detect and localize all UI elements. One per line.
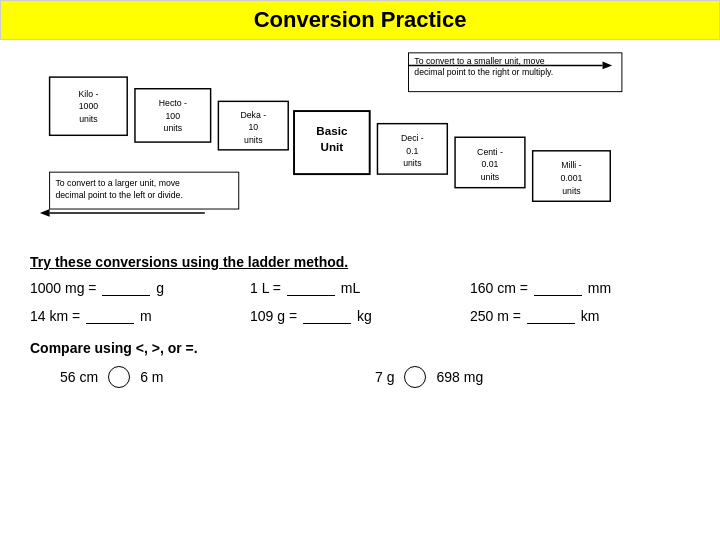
conv-suffix-5: km [577,308,600,324]
conversion-item-5: 250 m = km [470,308,690,324]
conversion-item-1: 1 L = mL [250,280,470,296]
svg-text:decimal  point to the right or: decimal point to the right or multiply. [414,67,553,77]
content-area: Try these conversions using the ladder m… [0,250,720,388]
conv-text-5: 250 m = [470,308,525,324]
svg-text:Basic: Basic [316,124,348,137]
compare-item-1: 7 g 698 mg [375,366,690,388]
svg-text:units: units [562,185,581,195]
conv-suffix-3: m [136,308,152,324]
compare-title: Compare using <, >, or =. [30,340,690,356]
conversion-item-0: 1000 mg = g [30,280,250,296]
compare-circle-0 [108,366,130,388]
conv-text-2: 160 cm = [470,280,532,296]
conv-text-1: 1 L = [250,280,285,296]
svg-text:100: 100 [166,111,181,121]
conv-blank-4 [303,323,351,324]
conv-text-3: 14 km = [30,308,84,324]
svg-marker-36 [40,209,50,217]
conv-suffix-4: kg [353,308,372,324]
conversion-item-3: 14 km = m [30,308,250,324]
svg-text:units: units [164,123,183,133]
svg-text:Unit: Unit [321,140,344,153]
svg-text:Milli -: Milli - [561,160,581,170]
compare-right-1: 698 mg [436,369,483,385]
conversion-item-2: 160 cm = mm [470,280,690,296]
svg-text:Hecto -: Hecto - [159,98,187,108]
conv-suffix-2: mm [584,280,611,296]
compare-item-0: 56 cm 6 m [60,366,375,388]
conv-blank-3 [86,323,134,324]
svg-text:units: units [79,114,98,124]
svg-text:units: units [244,135,263,145]
svg-text:units: units [403,158,422,168]
conv-blank-0 [102,295,150,296]
svg-text:units: units [481,172,500,182]
compare-circle-1 [404,366,426,388]
svg-text:0.1: 0.1 [406,146,418,156]
svg-text:Centi -: Centi - [477,147,503,157]
svg-text:10: 10 [248,122,258,132]
conv-suffix-0: g [152,280,164,296]
svg-text:0.01: 0.01 [481,159,498,169]
ladder-diagram: To convert to a smaller unit, move decim… [10,48,710,242]
conversions-grid: 1000 mg = g 1 L = mL 160 cm = mm 14 km =… [30,280,690,324]
conversion-item-4: 109 g = kg [250,308,470,324]
try-text: Try these conversions using the ladder m… [30,254,690,270]
compare-right-0: 6 m [140,369,163,385]
conv-text-0: 1000 mg = [30,280,100,296]
svg-text:Deka -: Deka - [240,110,266,120]
svg-marker-1 [603,62,613,70]
conv-blank-1 [287,295,335,296]
conv-suffix-1: mL [337,280,360,296]
svg-text:To convert to a smaller unit, : To convert to a smaller unit, move [414,56,545,66]
compare-left-1: 7 g [375,369,394,385]
conv-text-4: 109 g = [250,308,301,324]
conv-blank-2 [534,295,582,296]
title-bar: Conversion Practice [0,0,720,40]
compare-grid: 56 cm 6 m 7 g 698 mg [30,366,690,388]
compare-section: Compare using <, >, or =. 56 cm 6 m 7 g … [30,340,690,388]
page-title: Conversion Practice [254,7,467,32]
conv-blank-5 [527,323,575,324]
compare-left-0: 56 cm [60,369,98,385]
svg-text:To convert to a larger unit, m: To convert to a larger unit, move [55,178,180,188]
svg-text:Deci -: Deci - [401,133,424,143]
svg-text:Kilo -: Kilo - [78,89,98,99]
svg-text:0.001: 0.001 [561,173,583,183]
svg-text:decimal  point to the left or : decimal point to the left or divide. [55,190,182,200]
svg-text:1000: 1000 [79,101,99,111]
diagram-area: To convert to a smaller unit, move decim… [0,40,720,250]
